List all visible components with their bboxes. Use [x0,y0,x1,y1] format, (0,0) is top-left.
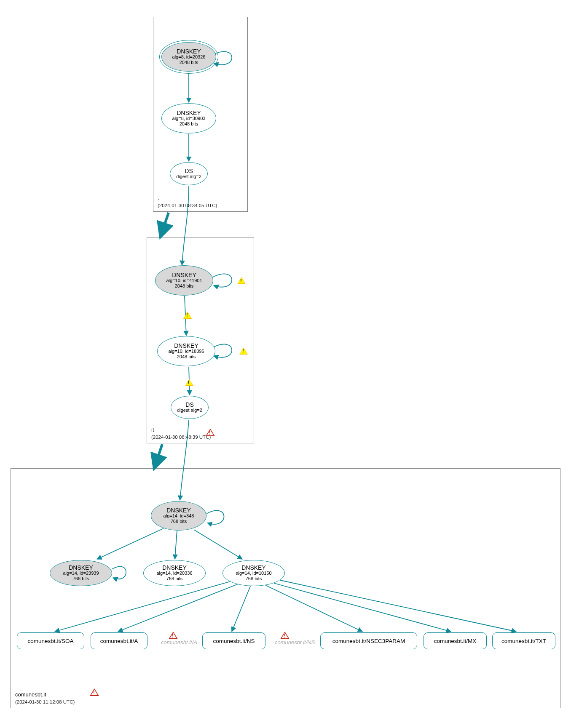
node-root-zsk: DNSKEY alg=8, id=30903 2048 bits [161,103,216,133]
node-root-ksk: DNSKEY alg=8, id=20326 2048 bits [161,42,216,72]
warning-icon [239,347,248,355]
node-it-zsk: DNSKEY alg=10, id=18395 2048 bits [157,336,215,366]
error-icon [90,688,99,696]
warning-icon [237,277,246,284]
node-leaf-k3: DNSKEY alg=14, id=20336 768 bits [143,560,206,586]
rr-txt: comunesbt.it/TXT [492,632,555,649]
edges [4,4,567,724]
phantom-a: comunesbt.it/A [161,639,197,645]
error-icon [206,429,215,436]
warning-icon [185,379,193,386]
node-root-ds: DS digest alg=2 [170,162,208,185]
rr-ns: comunesbt.it/NS [202,632,265,649]
error-icon [280,632,290,639]
phantom-ns: comunesbt.it/NS [275,639,315,645]
error-icon [169,632,178,639]
rr-a: comunesbt.it/A [91,632,147,649]
rr-soa: comunesbt.it/SOA [17,632,84,649]
dnssec-diagram: . (2024-01-30 08:34:05 UTC) it (2024-01-… [4,4,567,724]
node-leaf-k4: DNSKEY alg=14, id=10150 768 bits [223,560,285,586]
node-it-ksk: DNSKEY alg=10, id=41901 2048 bits [155,265,213,296]
node-leaf-k2: DNSKEY alg=14, id=23939 768 bits [50,560,112,586]
warning-icon [183,312,192,319]
rr-mx: comunesbt.it/MX [424,632,487,649]
node-it-ds: DS digest alg=2 [171,396,209,419]
rr-nsec: comunesbt.it/NSEC3PARAM [320,632,417,649]
node-leaf-ksk: DNSKEY alg=14, id=348 768 bits [151,501,206,531]
